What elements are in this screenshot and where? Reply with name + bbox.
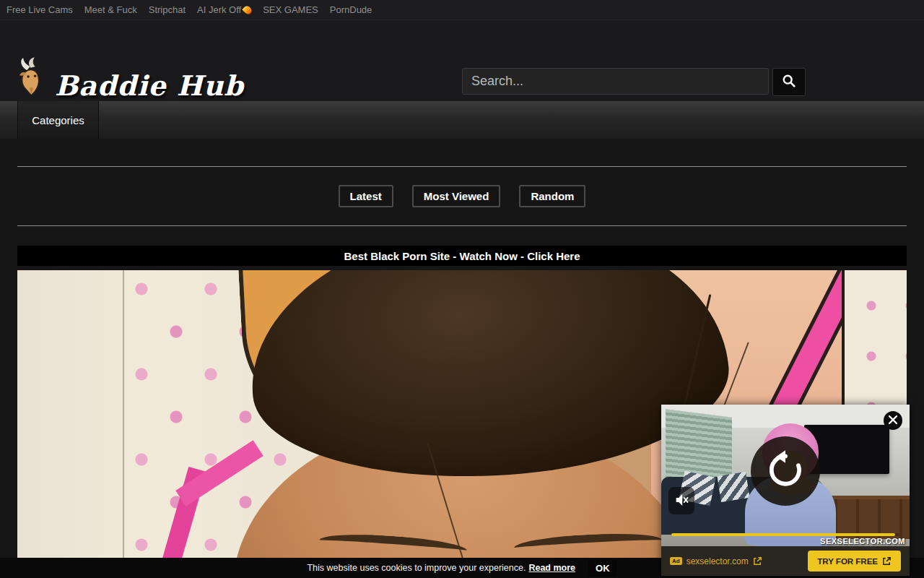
random-button[interactable]: Random [519, 185, 585, 207]
ad-badge: Ad [670, 557, 682, 565]
muted-speaker-icon [674, 492, 689, 510]
advertiser-link[interactable]: sexselector.com [687, 556, 749, 566]
ad-progress-bar[interactable] [671, 533, 899, 536]
ad-scene-pillow [717, 472, 749, 502]
latest-button[interactable]: Latest [339, 185, 393, 207]
replay-button[interactable] [751, 436, 820, 506]
top-link-stripchat[interactable]: Stripchat [149, 4, 186, 15]
main-nav: Categories [0, 101, 924, 139]
close-icon [889, 415, 897, 426]
external-link-icon [882, 556, 892, 566]
wall-corner-line [123, 270, 124, 578]
brand-name: Baddie Hub [55, 72, 244, 100]
ad-info-bar: Ad sexselector.com TRY FOR FREE [661, 546, 910, 576]
divider [17, 225, 907, 226]
top-link-porndude[interactable]: PornDude [330, 4, 372, 15]
sort-buttons: Latest Most Viewed Random [17, 167, 907, 225]
ad-advertiser-area: Ad sexselector.com [670, 556, 762, 566]
top-link-ai-jerk-off[interactable]: AI Jerk Off [197, 4, 251, 15]
ad-video-player[interactable]: SEXSELECTOR.COM [661, 405, 910, 546]
goat-logo-icon [14, 56, 52, 100]
search-input[interactable] [462, 68, 769, 95]
top-link-meet-and-fuck[interactable]: Meet & Fuck [84, 4, 137, 15]
polka-dot-corner [842, 270, 907, 426]
flame-icon [242, 4, 253, 16]
mute-button[interactable] [668, 487, 694, 514]
replay-icon [764, 449, 806, 493]
ad-progress-fill [671, 533, 895, 536]
site-header: Baddie Hub [0, 20, 924, 101]
promo-banner: Best Black Porn Site - Watch Now - Click… [17, 246, 907, 266]
try-for-free-button[interactable]: TRY FOR FREE [808, 551, 901, 571]
nav-item-categories[interactable]: Categories [17, 101, 99, 139]
site-logo[interactable]: Baddie Hub [14, 56, 244, 100]
search-icon [782, 74, 796, 90]
search-button[interactable] [772, 68, 806, 96]
ad-watermark: SEXSELECTOR.COM [820, 537, 905, 545]
cookie-read-more-link[interactable]: Read more [528, 563, 575, 573]
promo-banner-link[interactable]: Best Black Porn Site - Watch Now - Click… [344, 250, 580, 262]
top-link-sex-games[interactable]: SEX GAMES [263, 4, 318, 15]
top-links-bar: Free Live Cams Meet & Fuck Stripchat AI … [0, 0, 924, 20]
external-link-icon [753, 556, 762, 566]
most-viewed-button[interactable]: Most Viewed [412, 185, 501, 207]
top-link-free-live-cams[interactable]: Free Live Cams [6, 4, 73, 15]
search-area [462, 68, 806, 96]
ad-close-button[interactable] [884, 411, 902, 430]
video-ad-overlay: SEXSELECTOR.COM Ad sexselector.com TRY F… [661, 405, 910, 576]
cookie-ok-button[interactable]: OK [588, 560, 617, 577]
cookie-message: This website uses cookies to improve you… [307, 563, 526, 573]
